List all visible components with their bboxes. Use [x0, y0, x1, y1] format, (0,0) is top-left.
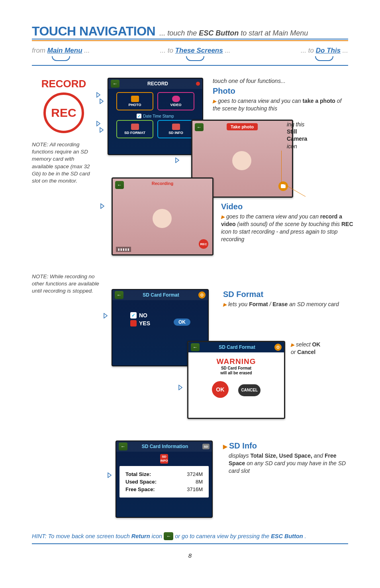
photo-text-bold: take a photo — [302, 98, 335, 104]
subtitle-prefix: ... touch the — [159, 29, 199, 37]
section-video-text: ▶goes to the camera view and you can rec… — [221, 213, 355, 243]
hint-mid: icon — [152, 533, 163, 539]
gear-icon[interactable]: ⚙ — [274, 344, 282, 351]
back-icon[interactable]: ← — [195, 123, 204, 131]
date-stamp-label: Date Time Stamp — [143, 114, 174, 118]
row1-label: Used Space: — [125, 479, 157, 485]
sd-info-table: Total Size:3724M Used Space:8M Free Spac… — [119, 466, 209, 498]
screen-record-menu[interactable]: ← RECORD PHOTO VIDEO ✓ Date Time Stamp — [108, 78, 203, 155]
flow-arrow-icon — [100, 127, 104, 133]
sdw-b1: OK — [312, 341, 320, 348]
orange-divider — [32, 40, 348, 41]
page-title-row: TOUCH NAVIGATION ... touch the ESC Butto… — [32, 24, 348, 39]
section-sdformat-title: SD Format — [223, 290, 347, 299]
nav-mid-suffix: ... — [223, 47, 231, 54]
menu-sd-info-button[interactable]: SD INFO — [157, 120, 194, 138]
screen-sd-format-warning[interactable]: ← SD Card Format ⚙ WARNING SD Card Forma… — [187, 341, 285, 419]
nav-mid-prefix: ... to — [160, 47, 175, 54]
option-no[interactable]: ✓NO — [130, 312, 190, 319]
sd-chip-sub: INFO — [160, 459, 168, 463]
back-icon[interactable]: ← — [119, 442, 127, 450]
still-b1: Still — [287, 128, 297, 135]
recording-label: Recording — [152, 181, 173, 186]
rec-icon-text: REC — [51, 106, 76, 120]
section-sdformat-text: ▶lets you Format / Erase an SD memory ca… — [223, 301, 347, 308]
nav-left-suffix: ... — [82, 47, 90, 54]
bullet-arrow-icon: ▶ — [221, 214, 225, 220]
row2-label: Free Space: — [125, 486, 155, 492]
screen-sd-info[interactable]: ← SD Card Information SD SD INFO Total S… — [116, 441, 213, 518]
sd-info-icon — [172, 124, 180, 130]
menu-sd-format-button[interactable]: SD FORMAT — [116, 120, 153, 138]
row0-value: 3724M — [176, 471, 203, 478]
table-row: Used Space:8M — [125, 478, 203, 485]
signal-icon: ▮▮▮▮▮ — [116, 247, 131, 252]
cancel-button[interactable]: CANCEL — [238, 384, 261, 396]
camera-icon — [131, 96, 139, 102]
no-label: NO — [139, 312, 147, 319]
page-number: 8 — [32, 552, 348, 559]
menu-video-button[interactable]: VIDEO — [157, 92, 194, 110]
sdw-mid: or — [291, 349, 297, 355]
still-camera-caption: ing this Still Camera icon — [287, 121, 339, 150]
record-heading: RECORD — [32, 78, 96, 90]
sdf-b1: Format — [249, 301, 268, 307]
format-label: FORMAT — [130, 131, 145, 135]
screen-title: SD Card Format — [123, 292, 198, 298]
back-icon[interactable]: ← — [115, 291, 123, 299]
screen-title: RECORD — [119, 81, 196, 87]
date-time-stamp-toggle[interactable]: ✓ Date Time Stamp — [108, 114, 202, 118]
section-photo-text: ▶goes to camera view and you can take a … — [213, 97, 348, 112]
section-photo-title: Photo — [213, 87, 348, 96]
row0-label: Total Size: — [125, 471, 151, 477]
bullet-arrow-icon: ▶ — [213, 98, 216, 104]
hint-dot: . — [305, 533, 306, 539]
intro-text: touch one of four functions... — [213, 78, 348, 84]
video-b2: REC — [341, 221, 353, 227]
sdw-b2: Cancel — [297, 349, 315, 355]
hint-bold1: Return — [131, 533, 150, 539]
nav-right-link[interactable]: Do This — [316, 47, 341, 54]
page-subtitle: ... touch the ESC Button to start at Mai… — [159, 29, 308, 37]
take-photo-button[interactable]: Take photo — [227, 123, 258, 130]
nav-left-link[interactable]: Main Menu — [47, 47, 82, 54]
back-icon[interactable]: ← — [115, 181, 124, 189]
flow-arrow-icon — [96, 121, 100, 126]
sd-label2: SD — [168, 131, 174, 135]
ok-button[interactable]: OK — [174, 319, 190, 326]
back-icon[interactable]: ← — [111, 80, 119, 88]
checkbox-icon[interactable]: ✓ — [137, 114, 141, 118]
flow-arrow-icon — [175, 157, 179, 163]
left-column: RECORD REC NOTE: All recording functions… — [32, 78, 96, 185]
row2-value: 3716M — [176, 486, 203, 493]
nav-to-these-screens: ... to These Screens ... — [160, 47, 231, 61]
sdi-prefix: displays — [229, 452, 250, 459]
gear-icon[interactable]: ⚙ — [198, 291, 206, 299]
menu-video-label: VIDEO — [170, 103, 181, 107]
page-title: TOUCH NAVIGATION — [32, 24, 155, 39]
menu-photo-label: PHOTO — [129, 103, 141, 107]
note-while-recording: NOTE: While recording no other functions… — [32, 273, 100, 295]
back-icon[interactable]: ← — [191, 343, 200, 351]
checkbox-unchecked-icon — [130, 320, 137, 326]
warn-line1: SD Card Format — [192, 366, 281, 371]
nav-row: from Main Menu ... ... to These Screens … — [32, 47, 348, 61]
curve-icon — [186, 56, 204, 61]
rec-icon: REC — [43, 92, 84, 133]
rec-icon[interactable]: REC — [199, 239, 208, 249]
sd-format-icon — [131, 124, 139, 130]
subtitle-suffix: to start at Main Menu — [239, 29, 308, 37]
sd-icon: SD — [202, 444, 210, 449]
video-text: goes to the camera view and you can — [226, 213, 320, 220]
screen-camera-video[interactable]: ← Recording ▮▮▮▮▮ REC — [112, 177, 214, 256]
menu-photo-button[interactable]: PHOTO — [116, 92, 153, 110]
still-l1: ing this — [287, 121, 304, 128]
warning-subtext: SD Card Format will all be erased — [192, 366, 281, 376]
return-icon[interactable]: ← — [164, 532, 173, 540]
sdw-prefix: select — [296, 341, 312, 348]
table-row: Total Size:3724M — [125, 471, 203, 478]
ok-button[interactable]: OK — [212, 381, 229, 398]
sdi-b1: Total Size, Used Space, — [250, 452, 312, 459]
nav-mid-link[interactable]: These Screens — [175, 47, 223, 54]
checkbox-checked-icon: ✓ — [130, 312, 137, 319]
